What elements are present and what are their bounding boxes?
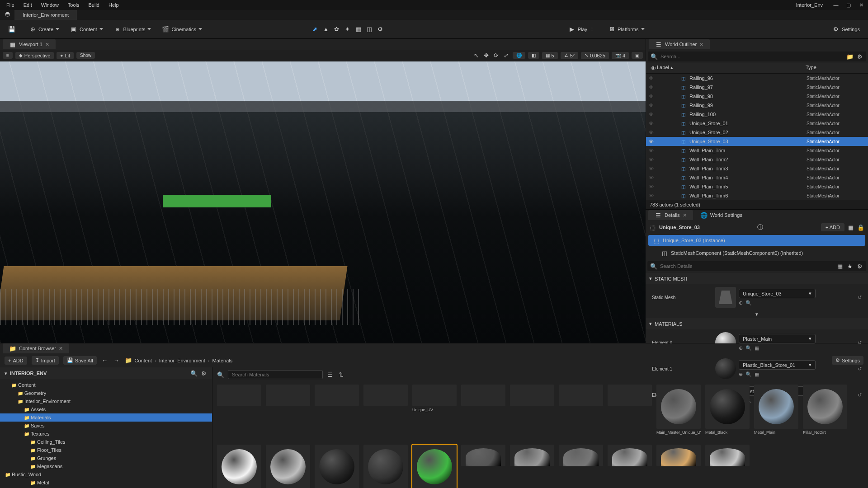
outliner-row[interactable]: 👁◫Railing_99StaticMeshActor [646, 101, 868, 110]
use-selected-icon[interactable]: ⊕ [739, 345, 743, 351]
visibility-icon[interactable]: 👁 [649, 130, 656, 135]
outliner-row[interactable]: 👁◫Wall_Plain_Trim3StaticMeshActor [646, 164, 868, 173]
level-tab[interactable]: Interior_Environment [14, 10, 77, 20]
close-tab-icon[interactable]: ✕ [683, 212, 687, 218]
mode-brush-icon[interactable]: ◫ [366, 26, 373, 33]
add-component-button[interactable]: + ADD [821, 223, 844, 231]
textures-icon[interactable]: ▦ [755, 371, 759, 377]
tree-item[interactable]: 📁Rustic_Wood [0, 470, 212, 479]
reset-icon[interactable]: ↺ [858, 295, 862, 300]
maximize-icon[interactable]: ▢ [844, 1, 854, 9]
asset-item[interactable] [559, 385, 603, 440]
outliner-row[interactable]: 👁◫Wall_Plain_Trim5StaticMeshActor [646, 182, 868, 191]
visibility-icon[interactable]: 👁 [649, 166, 656, 171]
outliner-search-input[interactable] [660, 54, 844, 59]
filter-icon[interactable]: ⚙ [856, 53, 863, 60]
mesh-dropdown[interactable]: Unique_Store_03▾ [739, 289, 816, 298]
favorite-icon[interactable]: ★ [846, 263, 854, 270]
outliner-row[interactable]: 👁◫Unique_Store_01StaticMeshActor [646, 119, 868, 128]
close-tab-icon[interactable]: ✕ [59, 346, 63, 352]
menu-edit[interactable]: Edit [19, 1, 37, 9]
section-static-mesh[interactable]: ▾ STATIC MESH [646, 273, 868, 284]
camera-speed[interactable]: 📷 4 [612, 52, 629, 59]
component-root[interactable]: ⬚ Unique_Store_03 (Instance) [648, 235, 865, 246]
grid-snap[interactable]: ▦ 5 [542, 52, 558, 59]
asset-item[interactable]: Plaster_Main [266, 445, 310, 488]
browse-icon[interactable]: 🔍 [745, 371, 752, 377]
material-dropdown-0[interactable]: Plaster_Main▾ [739, 334, 816, 343]
cb-import-button[interactable]: ↧ Import [32, 356, 59, 365]
visibility-icon[interactable]: 👁 [649, 112, 656, 117]
asset-item[interactable]: Unique_UV [412, 385, 457, 440]
mode-mesh-icon[interactable]: ✦ [344, 26, 351, 33]
visibility-icon[interactable]: 👁 [649, 103, 656, 108]
outliner-row[interactable]: 👁◫Railing_100StaticMeshActor [646, 110, 868, 119]
history-fwd-icon[interactable]: → [113, 357, 120, 364]
asset-item[interactable]: Plain_Master [217, 445, 261, 488]
tab-world-settings[interactable]: 🌐 World Settings [694, 210, 749, 220]
cb-add-button[interactable]: + ADD [5, 357, 27, 365]
crumb-env[interactable]: Interior_Environment [159, 358, 205, 363]
asset-search-input[interactable] [228, 370, 323, 379]
tree-item[interactable]: 📁Interior_Environment [0, 397, 212, 405]
browse-icon[interactable]: 🔍 [745, 345, 752, 351]
show-dropdown[interactable]: Show [76, 52, 95, 59]
asset-item[interactable]: Plastic_Color_01 [412, 445, 457, 488]
cinematics-button[interactable]: 🎬Cinematics [158, 24, 205, 35]
outliner-row[interactable]: 👁◫Wall_Plain_TrimStaticMeshActor [646, 146, 868, 155]
search-icon[interactable]: 🔍 [190, 370, 198, 377]
cb-settings-button[interactable]: ⚙ Settings [832, 356, 863, 365]
asset-item[interactable]: Pillar_NoDirt [803, 385, 847, 440]
tree-item[interactable]: 📁Grunges [0, 454, 212, 462]
tree-item[interactable]: 📁Textures [0, 430, 212, 438]
lit-dropdown[interactable]: ● Lit [57, 52, 74, 59]
asset-item[interactable] [315, 385, 359, 440]
rotate-tool-icon[interactable]: ⟳ [493, 52, 500, 59]
asset-item[interactable] [608, 445, 652, 488]
outliner-row[interactable]: 👁◫Wall_Plain_Trim6StaticMeshActor [646, 191, 868, 200]
outliner-list[interactable]: 👁◫Railing_96StaticMeshActor👁◫Railing_97S… [646, 74, 868, 200]
asset-item[interactable] [608, 385, 652, 440]
reset-icon[interactable]: ↺ [858, 366, 862, 372]
outliner-row[interactable]: 👁◫Railing_97StaticMeshActor [646, 83, 868, 92]
outliner-row[interactable]: 👁◫Railing_98StaticMeshActor [646, 92, 868, 101]
translate-tool-icon[interactable]: ✥ [483, 52, 490, 59]
asset-item[interactable]: Plastic_Black [315, 445, 359, 488]
outliner-row[interactable]: 👁◫Railing_96StaticMeshActor [646, 74, 868, 83]
gear-icon[interactable]: ⚙ [200, 370, 208, 377]
use-selected-icon[interactable]: ⊕ [739, 300, 743, 306]
col-label[interactable]: Label ▴ [657, 65, 806, 72]
asset-item[interactable] [266, 385, 310, 440]
crumb-content[interactable]: Content [135, 358, 152, 363]
asset-item[interactable] [461, 445, 505, 488]
tree-item[interactable]: 📁Materials [0, 413, 212, 422]
minimize-icon[interactable]: — [831, 1, 841, 9]
visibility-icon[interactable]: 👁 [649, 148, 656, 153]
viewport-maximize[interactable]: ▣ [632, 52, 643, 59]
asset-item[interactable]: Plastic_Black_Store_01 [363, 445, 408, 488]
visibility-icon[interactable]: 👁 [649, 193, 656, 198]
asset-item[interactable] [510, 385, 554, 440]
scale-tool-icon[interactable]: ⤢ [503, 52, 510, 59]
mode-select-icon[interactable]: ⬈ [311, 26, 319, 33]
tree-item[interactable]: 📁Metal [0, 479, 212, 487]
project-header[interactable]: ▾ INTERIOR_ENV🔍⚙ [0, 367, 212, 379]
history-back-icon[interactable]: ← [101, 357, 108, 364]
create-button[interactable]: ⊕Create [25, 24, 63, 35]
tab-outliner[interactable]: ☰ World Outliner ✕ [649, 39, 710, 49]
source-tree[interactable]: 📁Content📁Geometry📁Interior_Environment📁A… [0, 379, 212, 488]
tree-item[interactable]: 📁Geometry [0, 389, 212, 397]
outliner-row[interactable]: 👁◫Wall_Plain_Trim2StaticMeshActor [646, 155, 868, 164]
asset-item[interactable] [363, 385, 408, 440]
blueprints-button[interactable]: ⎈Blueprints [110, 24, 155, 35]
tree-item[interactable]: 📁Ceiling_Tiles [0, 438, 212, 446]
sort-icon[interactable]: ⇅ [337, 371, 344, 378]
textures-icon[interactable]: ▦ [755, 345, 759, 351]
tree-item[interactable]: 📁Assets [0, 405, 212, 413]
surface-snap[interactable]: ◧ [528, 52, 539, 59]
cb-saveall-button[interactable]: 💾 Save All [63, 356, 97, 365]
new-folder-icon[interactable]: 📁 [846, 53, 854, 60]
edit-blueprint-icon[interactable]: ▦ [847, 224, 854, 231]
use-selected-icon[interactable]: ⊕ [739, 371, 743, 377]
tab-viewport[interactable]: ▦ Viewport 1 ✕ [3, 39, 56, 49]
